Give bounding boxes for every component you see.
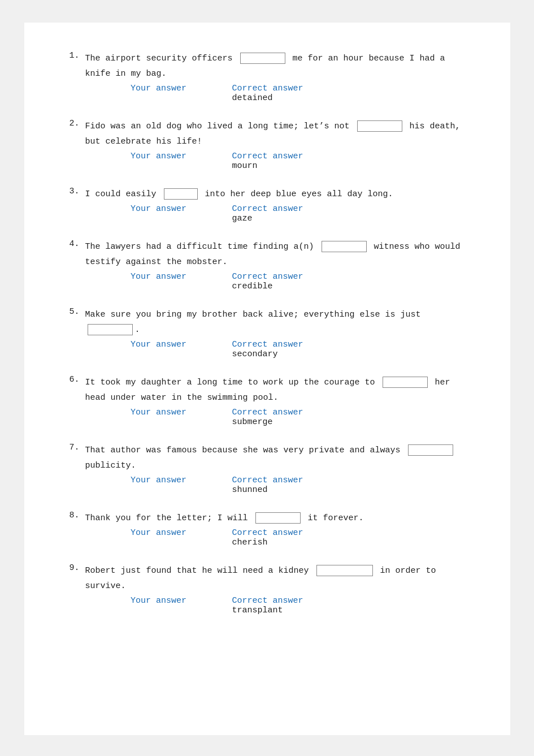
sentence-text: The lawyers had a difficult time finding… — [85, 242, 319, 252]
correct-answer-label-2: Correct answer — [232, 152, 303, 161]
question-text-1: The airport security officers me for an … — [85, 51, 465, 81]
question-block-4: 4.The lawyers had a difficult time findi… — [70, 239, 465, 291]
correct-answer-value-4: credible — [232, 282, 303, 291]
question-number-8: 8. — [70, 511, 85, 520]
sentence-text: The airport security officers — [85, 54, 238, 63]
fill-blank[interactable] — [408, 444, 453, 456]
sentence-text: I could easily — [85, 189, 162, 199]
correct-answer-value-1: detained — [232, 93, 303, 103]
sentence-text: That author was famous because she was v… — [85, 446, 406, 455]
answer-row-6: Your answerCorrect answersubmerge — [85, 408, 465, 427]
question-number-6: 6. — [70, 375, 85, 385]
correct-answer-block-7: Correct answershunned — [232, 476, 303, 495]
question-number-9: 9. — [70, 563, 85, 573]
question-number-4: 4. — [70, 239, 85, 249]
correct-answer-label-6: Correct answer — [232, 408, 303, 417]
question-text-2: Fido was an old dog who lived a long tim… — [85, 119, 465, 149]
your-answer-label-1: Your answer — [85, 84, 232, 103]
your-answer-label-3: Your answer — [85, 204, 232, 223]
sentence-text: Fido was an old dog who lived a long tim… — [85, 122, 355, 131]
fill-blank[interactable] — [255, 512, 301, 524]
sentence-text: Robert just found that he will need a ki… — [85, 566, 314, 576]
correct-answer-label-5: Correct answer — [232, 340, 303, 349]
answer-row-1: Your answerCorrect answerdetained — [85, 84, 465, 103]
answer-row-4: Your answerCorrect answercredible — [85, 272, 465, 291]
answer-row-5: Your answerCorrect answersecondary — [85, 340, 465, 359]
your-answer-label-5: Your answer — [85, 340, 232, 359]
correct-answer-block-8: Correct answercherish — [232, 528, 303, 547]
your-answer-label-4: Your answer — [85, 272, 232, 291]
question-block-6: 6.It took my daughter a long time to wor… — [70, 375, 465, 427]
question-text-3: I could easily into her deep blue eyes a… — [85, 187, 465, 202]
correct-answer-block-2: Correct answermourn — [232, 152, 303, 171]
fill-blank[interactable] — [316, 565, 373, 576]
sentence-text: . — [135, 325, 140, 335]
correct-answer-label-7: Correct answer — [232, 476, 303, 485]
question-text-7: That author was famous because she was v… — [85, 443, 465, 473]
your-answer-label-7: Your answer — [85, 476, 232, 495]
question-block-7: 7.That author was famous because she was… — [70, 443, 465, 495]
answer-row-8: Your answerCorrect answercherish — [85, 528, 465, 547]
question-block-5: 5.Make sure you bring my brother back al… — [70, 307, 465, 359]
answer-row-3: Your answerCorrect answergaze — [85, 204, 465, 223]
your-answer-label-6: Your answer — [85, 408, 232, 427]
correct-answer-label-1: Correct answer — [232, 84, 303, 93]
question-text-8: Thank you for the letter; I will it fore… — [85, 511, 465, 526]
sentence-text: It took my daughter a long time to work … — [85, 378, 380, 387]
correct-answer-value-2: mourn — [232, 161, 303, 171]
question-block-3: 3.I could easily into her deep blue eyes… — [70, 187, 465, 223]
correct-answer-value-8: cherish — [232, 538, 303, 547]
fill-blank[interactable] — [240, 53, 285, 64]
questions-container: 1.The airport security officers me for a… — [70, 51, 465, 615]
main-page: 1.The airport security officers me for a… — [24, 23, 510, 735]
answer-row-2: Your answerCorrect answermourn — [85, 152, 465, 171]
correct-answer-block-4: Correct answercredible — [232, 272, 303, 291]
correct-answer-label-4: Correct answer — [232, 272, 303, 282]
fill-blank[interactable] — [164, 188, 198, 200]
fill-blank[interactable] — [322, 241, 367, 252]
your-answer-label-8: Your answer — [85, 528, 232, 547]
correct-answer-value-5: secondary — [232, 349, 303, 359]
question-text-4: The lawyers had a difficult time finding… — [85, 239, 465, 270]
question-number-3: 3. — [70, 187, 85, 196]
sentence-text: publicity. — [85, 461, 136, 470]
correct-answer-block-9: Correct answertransplant — [232, 596, 303, 615]
question-number-1: 1. — [70, 51, 85, 61]
answer-row-9: Your answerCorrect answertransplant — [85, 596, 465, 615]
answer-row-7: Your answerCorrect answershunned — [85, 476, 465, 495]
correct-answer-block-1: Correct answerdetained — [232, 84, 303, 103]
question-block-8: 8.Thank you for the letter; I will it fo… — [70, 511, 465, 547]
question-number-5: 5. — [70, 307, 85, 317]
question-number-7: 7. — [70, 443, 85, 452]
question-number-2: 2. — [70, 119, 85, 128]
question-block-9: 9.Robert just found that he will need a … — [70, 563, 465, 615]
correct-answer-label-8: Correct answer — [232, 528, 303, 538]
correct-answer-value-6: submerge — [232, 417, 303, 427]
fill-blank[interactable] — [357, 120, 402, 132]
correct-answer-value-3: gaze — [232, 214, 303, 223]
correct-answer-block-5: Correct answersecondary — [232, 340, 303, 359]
correct-answer-block-6: Correct answersubmerge — [232, 408, 303, 427]
question-block-1: 1.The airport security officers me for a… — [70, 51, 465, 103]
question-block-2: 2.Fido was an old dog who lived a long t… — [70, 119, 465, 171]
correct-answer-label-3: Correct answer — [232, 204, 303, 214]
correct-answer-block-3: Correct answergaze — [232, 204, 303, 223]
question-text-5: Make sure you bring my brother back aliv… — [85, 307, 465, 338]
fill-blank[interactable] — [88, 324, 133, 335]
sentence-text: into her deep blue eyes all day long. — [200, 189, 393, 199]
your-answer-label-2: Your answer — [85, 152, 232, 171]
sentence-text: Thank you for the letter; I will — [85, 513, 253, 523]
question-text-6: It took my daughter a long time to work … — [85, 375, 465, 405]
sentence-text: Make sure you bring my brother back aliv… — [85, 310, 421, 319]
fill-blank[interactable] — [383, 377, 428, 388]
correct-answer-label-9: Correct answer — [232, 596, 303, 606]
question-text-9: Robert just found that he will need a ki… — [85, 563, 465, 594]
sentence-text: it forever. — [303, 513, 364, 523]
correct-answer-value-9: transplant — [232, 606, 303, 615]
correct-answer-value-7: shunned — [232, 485, 303, 495]
your-answer-label-9: Your answer — [85, 596, 232, 615]
